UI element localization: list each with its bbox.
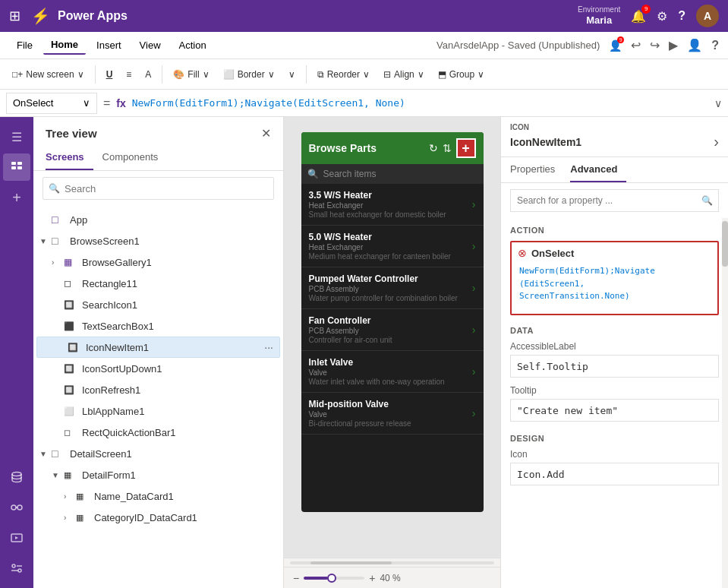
tree-label: BrowseGallery1	[82, 257, 277, 268]
card-icon: ▦	[76, 492, 91, 501]
zoom-plus-button[interactable]: +	[369, 572, 375, 584]
new-screen-icon: □+	[12, 69, 23, 80]
search-input[interactable]	[43, 177, 274, 200]
phone-add-button[interactable]: +	[456, 138, 476, 158]
svg-rect-1	[17, 162, 22, 165]
tree-view-button[interactable]	[3, 153, 30, 181]
media-button[interactable]	[3, 524, 30, 552]
settings-icon[interactable]: ⚙	[657, 9, 667, 24]
tree-close-button[interactable]: ✕	[261, 126, 271, 141]
play-icon[interactable]: ▶	[669, 38, 678, 52]
font-size-button[interactable]: A	[139, 66, 157, 83]
menu-insert[interactable]: Insert	[89, 36, 129, 54]
tree-item-browse-screen1[interactable]: ▼ □ BrowseScreen1	[33, 230, 283, 251]
tree-item-icon-sort-up-down1[interactable]: 🔲 IconSortUpDown1	[33, 358, 283, 379]
hamburger-menu-button[interactable]: ☰	[3, 123, 30, 150]
item-content: Pumped Water Controller PCB Assembly Wat…	[309, 273, 472, 302]
tree-label: IconSortUpDown1	[82, 363, 277, 375]
svg-point-4	[12, 473, 21, 476]
controls-button[interactable]	[3, 555, 30, 582]
new-screen-button[interactable]: □+ New screen ∨	[6, 66, 90, 83]
accessible-label-input[interactable]	[510, 355, 719, 378]
props-icon-label: ICON	[510, 123, 719, 131]
list-item[interactable]: Inlet Valve Valve Water inlet valve with…	[301, 351, 484, 393]
waffle-icon[interactable]: ⊞	[9, 8, 20, 24]
menu-help-icon[interactable]: ?	[711, 39, 719, 52]
tree-item-rect-quick-action-bar1[interactable]: ◻ RectQuickActionBar1	[33, 422, 283, 443]
tree-item-text-search-box1[interactable]: ⬛ TextSearchBox1	[33, 315, 283, 337]
tab-properties[interactable]: Properties	[510, 157, 564, 182]
tree-item-icon-refresh1[interactable]: 🔲 IconRefresh1	[33, 379, 283, 400]
tooltip-label: Tooltip	[510, 385, 719, 396]
fill-button[interactable]: 🎨 Fill ∨	[167, 66, 215, 83]
undo-icon[interactable]: ↩	[631, 38, 641, 52]
border-button[interactable]: ⬜ Border ∨	[217, 66, 281, 83]
tree-item-search-icon1[interactable]: 🔲 SearchIcon1	[33, 294, 283, 315]
tree-item-icon-new-item1[interactable]: 🔲 IconNewItem1 ···	[36, 337, 280, 358]
menu-home[interactable]: Home	[43, 36, 86, 55]
expand-icon: ›	[52, 258, 64, 267]
avatar[interactable]: A	[696, 5, 719, 27]
tree-item-category-data-card1[interactable]: › ▦ CategoryID_DataCard1	[33, 507, 283, 528]
plus-button[interactable]: +	[3, 184, 30, 211]
data-source-button[interactable]	[3, 463, 30, 491]
list-item[interactable]: 5.0 W/S Heater Heat Exchanger Medium hea…	[301, 226, 484, 267]
phone-search-placeholder[interactable]: Search items	[323, 169, 377, 179]
action-code[interactable]: NewForm(EditForm1);Navigate (EditScreen1…	[518, 264, 711, 309]
phone-sort-icon[interactable]: ⇅	[443, 142, 452, 154]
share-icon[interactable]: 👤 9	[609, 40, 622, 52]
tree-item-app[interactable]: □ App	[33, 209, 283, 230]
notification-icon[interactable]: 🔔 9	[631, 9, 646, 24]
tree-label: Rectangle11	[82, 278, 277, 289]
tree-item-detail-form1[interactable]: ▼ ▦ DetailForm1	[33, 464, 283, 485]
tree-item-name-data-card1[interactable]: › ▦ Name_DataCard1	[33, 485, 283, 507]
down-chevron-button[interactable]: ∨	[282, 66, 301, 83]
variables-button[interactable]	[3, 494, 30, 521]
reorder-icon: ⧉	[317, 69, 324, 80]
zoom-minus-button[interactable]: −	[293, 572, 299, 584]
item-content: 3.5 W/S Heater Heat Exchanger Small heat…	[309, 190, 472, 219]
menu-action[interactable]: Action	[172, 36, 214, 54]
menu-file[interactable]: File	[9, 36, 40, 54]
tree-item-browse-gallery1[interactable]: › ▦ BrowseGallery1	[33, 251, 283, 273]
icon-icon: 🔲	[64, 364, 79, 374]
strikethrough-button[interactable]: ≡	[120, 66, 137, 83]
reorder-button[interactable]: ⧉ Reorder ∨	[311, 66, 376, 83]
tooltip-input[interactable]	[510, 399, 719, 422]
horizontal-scrollbar[interactable]	[284, 558, 500, 567]
more-options-button[interactable]: ···	[264, 341, 273, 353]
underline-button[interactable]: U	[100, 66, 119, 83]
group-button[interactable]: ⬒ Group ∨	[432, 66, 490, 83]
item-content: Mid-position Valve Valve Bi-directional …	[309, 399, 472, 428]
zoom-slider[interactable]	[304, 577, 364, 580]
list-item[interactable]: Pumped Water Controller PCB Assembly Wat…	[301, 267, 484, 309]
tree-item-rectangle11[interactable]: ◻ Rectangle11	[33, 273, 283, 294]
list-item[interactable]: Fan Controller PCB Assembly Controller f…	[301, 309, 484, 351]
tab-advanced[interactable]: Advanced	[570, 157, 626, 182]
menu-view[interactable]: View	[132, 36, 169, 54]
tab-screens[interactable]: Screens	[46, 147, 93, 170]
gallery-icon: ▦	[64, 257, 79, 267]
props-search-icon: 🔍	[701, 195, 713, 206]
tab-components[interactable]: Components	[102, 147, 168, 170]
phone-refresh-icon[interactable]: ↻	[429, 142, 438, 154]
align-button[interactable]: ⊟ Align ∨	[377, 66, 430, 83]
redo-icon[interactable]: ↪	[650, 38, 660, 52]
fx-button[interactable]: fx	[116, 97, 125, 109]
svg-marker-8	[15, 536, 18, 539]
item-content: Fan Controller PCB Assembly Controller f…	[309, 315, 472, 344]
tree-item-detail-screen1[interactable]: ▼ □ DetailScreen1	[33, 443, 283, 464]
scroll-thumb	[310, 561, 392, 564]
help-icon[interactable]: ?	[678, 9, 685, 23]
props-search-input[interactable]	[510, 189, 719, 212]
list-item[interactable]: 3.5 W/S Heater Heat Exchanger Small heat…	[301, 184, 484, 226]
props-expand-icon[interactable]: ›	[714, 133, 719, 150]
formula-expand-icon[interactable]: ∨	[714, 97, 722, 109]
collaborate-icon[interactable]: 👤	[687, 38, 702, 52]
app-logo: ⚡	[31, 7, 50, 25]
list-item[interactable]: Mid-position Valve Valve Bi-directional …	[301, 393, 484, 435]
tree-item-lbl-app-name1[interactable]: ⬜ LblAppName1	[33, 400, 283, 422]
icon-input[interactable]	[510, 463, 719, 485]
property-selector[interactable]: OnSelect ∨	[6, 93, 97, 114]
formula-input[interactable]	[132, 93, 708, 114]
